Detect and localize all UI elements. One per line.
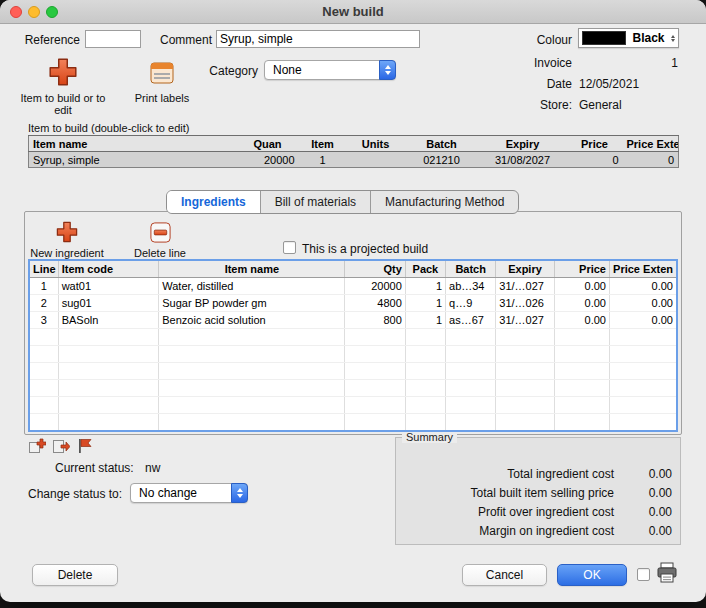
date-value: 12/05/2021 <box>579 77 639 91</box>
red-cross-icon <box>47 56 79 88</box>
empty-row[interactable] <box>30 397 676 414</box>
cell-expiry: 31/08/2027 <box>479 152 567 168</box>
print-button[interactable] <box>655 561 679 585</box>
label-icon <box>149 60 175 86</box>
col-units: Units <box>347 136 405 152</box>
col-price: Price <box>567 136 623 152</box>
cell-item-code: BASoln <box>58 312 159 329</box>
cell-batch: ab…34 <box>446 278 496 295</box>
cancel-button[interactable]: Cancel <box>462 564 547 586</box>
col-price-exten: Price Exten <box>623 136 679 152</box>
colour-arrows-icon <box>671 35 675 42</box>
col-price-exten: Price Exten <box>610 261 677 278</box>
cell-expiry: 31/…026 <box>496 295 554 312</box>
col-batch: Batch <box>405 136 479 152</box>
dropdown-arrows-icon <box>379 60 396 80</box>
col-qty: Qty <box>345 261 405 278</box>
cell-item: 1 <box>299 152 347 168</box>
projected-build-checkbox[interactable] <box>283 241 296 254</box>
ingredient-row[interactable]: 3 BASoln Benzoic acid solution 800 1 as…… <box>30 312 676 329</box>
ok-button[interactable]: OK <box>557 564 627 586</box>
red-minus-icon <box>149 221 172 244</box>
colour-swatch <box>582 31 626 45</box>
flag-icon <box>76 437 94 455</box>
copy-lines-button[interactable] <box>52 437 70 455</box>
new-ingredient-button[interactable] <box>55 220 79 244</box>
summary-value: 0.00 <box>632 505 672 519</box>
cell-price-exten: 0.00 <box>610 278 677 295</box>
title-bar: New build <box>0 0 706 24</box>
empty-row[interactable] <box>30 329 676 346</box>
empty-row[interactable] <box>30 380 676 397</box>
print-checkbox[interactable] <box>637 568 650 581</box>
cell-price-exten: 0.00 <box>610 312 677 329</box>
colour-label: Colour <box>518 33 572 47</box>
summary-label: Total built item selling price <box>404 486 632 500</box>
summary-label: Margin on ingredient cost <box>404 524 632 538</box>
invoice-label: Invoice <box>518 56 572 70</box>
col-expiry: Expiry <box>479 136 567 152</box>
change-status-dropdown[interactable]: No change <box>130 483 248 503</box>
category-value: None <box>273 63 302 77</box>
print-labels-button[interactable] <box>149 60 175 86</box>
cell-price: 0 <box>567 152 623 168</box>
delete-line-button[interactable] <box>149 221 172 244</box>
add-from-list-button[interactable] <box>28 437 46 455</box>
cell-units <box>347 152 405 168</box>
summary-value: 0.00 <box>632 524 672 538</box>
item-to-build-caption: Item to build or to edit <box>12 92 114 116</box>
comment-label: Comment <box>158 33 212 47</box>
summary-title: Summary <box>402 431 457 443</box>
cell-expiry: 31/…027 <box>496 312 554 329</box>
cell-batch: 021210 <box>405 152 479 168</box>
delete-line-caption: Delete line <box>118 247 202 259</box>
cell-line: 1 <box>30 278 58 295</box>
ingredient-row[interactable]: 1 wat01 Water, distilled 20000 1 ab…34 3… <box>30 278 676 295</box>
flag-lines-button[interactable] <box>76 437 94 455</box>
tab-bill-of-materials[interactable]: Bill of materials <box>260 191 370 213</box>
ingredient-row[interactable]: 2 sug01 Sugar BP powder gm 4800 1 q…9 31… <box>30 295 676 312</box>
cell-qty: 20000 <box>345 278 405 295</box>
cell-line: 2 <box>30 295 58 312</box>
item-table-header-row: Item name Quan Item Units Batch Expiry P… <box>29 136 679 152</box>
cell-expiry: 31/…027 <box>496 278 554 295</box>
cell-item-name: Sugar BP powder gm <box>159 295 345 312</box>
reference-input[interactable] <box>85 30 141 48</box>
cell-pack: 1 <box>405 295 445 312</box>
cell-pack: 1 <box>405 312 445 329</box>
comment-input[interactable] <box>216 30 420 48</box>
cell-batch: as…67 <box>446 312 496 329</box>
col-line: Line <box>30 261 58 278</box>
cell-price: 0.00 <box>554 278 609 295</box>
tab-manufacturing-method[interactable]: Manufacturing Method <box>370 191 518 213</box>
print-labels-caption: Print labels <box>119 92 205 104</box>
empty-row[interactable] <box>30 363 676 380</box>
tab-bar: Ingredients Bill of materials Manufactur… <box>166 190 519 214</box>
ingredients-header-row: Line Item code Item name Qty Pack Batch … <box>30 261 676 278</box>
col-quan: Quan <box>237 136 299 152</box>
projected-build-label: This is a projected build <box>302 242 428 256</box>
col-item-name: Item name <box>29 136 237 152</box>
item-to-build-button[interactable] <box>47 56 79 88</box>
category-label: Category <box>198 64 258 78</box>
colour-picker[interactable]: Black <box>578 28 679 48</box>
summary-label: Total ingredient cost <box>404 467 632 481</box>
new-build-window: New build Reference Comment Colour Black… <box>0 0 706 602</box>
empty-row[interactable] <box>30 414 676 431</box>
cell-item-name: Benzoic acid solution <box>159 312 345 329</box>
current-status-value: nw <box>145 461 160 475</box>
summary-label: Profit over ingredient cost <box>404 505 632 519</box>
colour-value: Black <box>626 31 671 45</box>
reference-label: Reference <box>16 33 80 47</box>
category-dropdown[interactable]: None <box>264 60 396 80</box>
empty-row[interactable] <box>30 346 676 363</box>
tab-ingredients[interactable]: Ingredients <box>167 191 260 213</box>
item-table-row[interactable]: Syrup, simple 20000 1 021210 31/08/2027 … <box>29 152 679 168</box>
delete-button[interactable]: Delete <box>32 564 118 586</box>
window-title: New build <box>0 4 706 19</box>
red-plus-icon <box>55 220 79 244</box>
summary-box: Total ingredient cost 0.00 Total built i… <box>395 437 681 545</box>
cell-quan: 20000 <box>237 152 299 168</box>
cell-item-name: Syrup, simple <box>29 152 237 168</box>
cell-price: 0.00 <box>554 312 609 329</box>
